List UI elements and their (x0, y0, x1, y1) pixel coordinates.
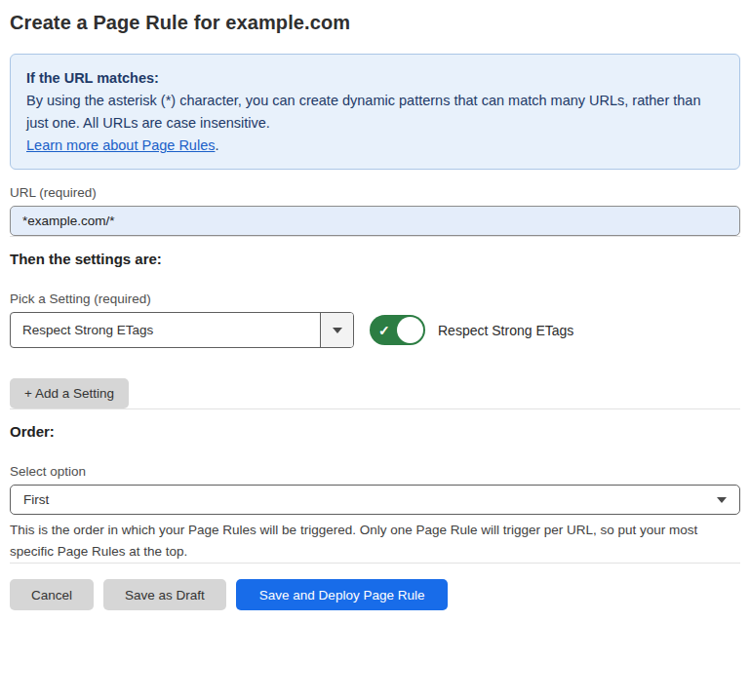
cancel-button[interactable]: Cancel (10, 579, 94, 610)
order-select[interactable]: First (10, 485, 740, 515)
setting-select-value: Respect Strong ETags (11, 313, 320, 347)
chevron-down-icon (333, 328, 342, 333)
check-icon: ✓ (378, 324, 390, 337)
url-input[interactable] (10, 206, 740, 236)
link-suffix: . (215, 137, 218, 153)
order-select-value: First (23, 492, 717, 507)
settings-section-heading: Then the settings are: (10, 251, 740, 267)
info-box-body: By using the asterisk (*) character, you… (26, 90, 724, 135)
order-help-text: This is the order in which your Page Rul… (10, 520, 731, 563)
order-select-label: Select option (10, 464, 740, 479)
footer-divider (10, 563, 740, 564)
learn-more-link[interactable]: Learn more about Page Rules (26, 137, 215, 153)
toggle-knob (397, 317, 423, 343)
save-as-draft-button[interactable]: Save as Draft (103, 579, 226, 610)
setting-select-caret-segment[interactable] (320, 313, 353, 347)
page-title: Create a Page Rule for example.com (10, 12, 740, 34)
add-setting-button[interactable]: + Add a Setting (10, 378, 129, 408)
url-field-label: URL (required) (10, 185, 740, 200)
section-divider (10, 236, 740, 237)
url-match-info-box: If the URL matches: By using the asteris… (10, 54, 740, 170)
section-divider (10, 408, 740, 409)
info-box-link-line: Learn more about Page Rules. (26, 135, 724, 157)
setting-picker-label: Pick a Setting (required) (10, 292, 740, 306)
save-and-deploy-button[interactable]: Save and Deploy Page Rule (236, 579, 449, 610)
setting-row: Respect Strong ETags ✓ Respect Strong ET… (10, 312, 740, 348)
setting-toggle[interactable]: ✓ (370, 315, 425, 345)
order-section-heading: Order: (10, 423, 740, 440)
chevron-down-icon (717, 497, 727, 503)
footer-actions: Cancel Save as Draft Save and Deploy Pag… (10, 579, 740, 610)
info-box-heading: If the URL matches: (26, 67, 724, 90)
setting-toggle-label: Respect Strong ETags (438, 323, 573, 338)
setting-select[interactable]: Respect Strong ETags (10, 312, 354, 348)
